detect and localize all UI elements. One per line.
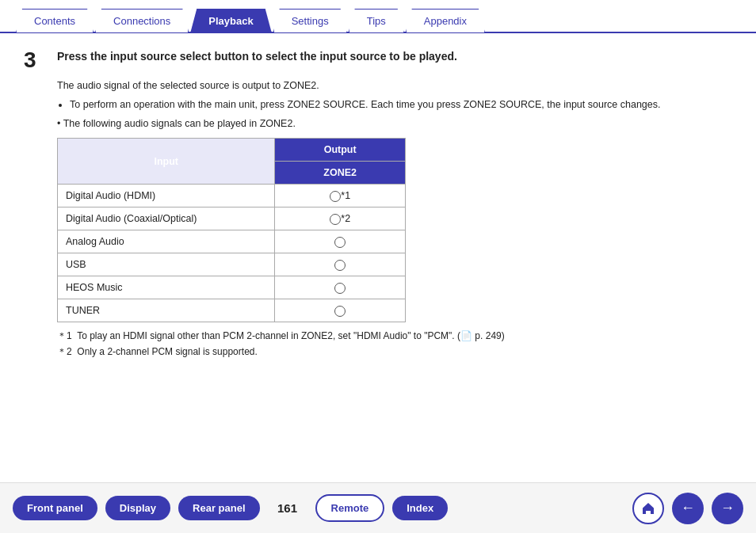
forward-arrow-icon: → — [720, 500, 735, 516]
body-line1: The audio signal of the selected source … — [57, 78, 732, 93]
row-output-1: *1 — [275, 185, 406, 207]
table-row: Digital Audio (HDMI) *1 — [58, 185, 406, 207]
table-header-input: Input — [58, 139, 275, 185]
home-button[interactable] — [632, 493, 664, 524]
footnote-mark-1: ＊1 — [57, 330, 72, 341]
row-input-6: TUNER — [58, 299, 275, 322]
tab-tips[interactable]: Tips — [349, 9, 404, 32]
intro-line: • The following audio signals can be pla… — [57, 116, 732, 131]
step-number: 3 — [24, 49, 48, 71]
footnote-mark-2: ＊2 — [57, 346, 72, 357]
footnote-2: ＊2 Only a 2-channel PCM signal is suppor… — [57, 345, 732, 359]
tab-connections[interactable]: Connections — [95, 9, 189, 32]
index-button[interactable]: Index — [392, 496, 448, 520]
footnotes: ＊1 To play an HDMI signal other than PCM… — [57, 329, 732, 359]
tab-settings[interactable]: Settings — [273, 9, 347, 32]
bullet1: To perform an operation with the main un… — [70, 97, 732, 112]
nav-tabs: Contents Connections Playback Settings T… — [0, 0, 756, 33]
tab-playback[interactable]: Playback — [190, 9, 271, 32]
row-input-3: Analog Audio — [58, 230, 275, 253]
main-content: 3 Press the input source select button t… — [0, 33, 756, 368]
row-input-4: USB — [58, 253, 275, 276]
remote-button[interactable]: Remote — [315, 494, 385, 522]
forward-button[interactable]: → — [712, 493, 743, 524]
back-arrow-icon: ← — [681, 500, 695, 516]
row-input-1: Digital Audio (HDMI) — [58, 185, 275, 207]
back-button[interactable]: ← — [672, 493, 704, 524]
bottom-bar: Front panel Display Rear panel 161 Remot… — [0, 482, 756, 533]
step-header: 3 Press the input source select button t… — [24, 49, 732, 71]
row-input-5: HEOS Music — [58, 276, 275, 299]
rear-panel-button[interactable]: Rear panel — [178, 496, 259, 520]
row-output-4 — [275, 253, 406, 276]
table-row: HEOS Music — [58, 276, 406, 299]
table-row: Digital Audio (Coaxial/Optical) *2 — [58, 207, 406, 230]
audio-table: Input Output ZONE2 Digital Audio (HDMI) … — [57, 138, 406, 322]
table-header-output: Output — [275, 139, 406, 162]
step-title: Press the input source select button to … — [57, 49, 457, 65]
step-body: The audio signal of the selected source … — [57, 78, 732, 359]
row-output-3 — [275, 230, 406, 253]
page-number: 161 — [276, 501, 300, 515]
footnote-1: ＊1 To play an HDMI signal other than PCM… — [57, 329, 732, 343]
table-header-zone: ZONE2 — [275, 162, 406, 185]
front-panel-button[interactable]: Front panel — [13, 496, 97, 520]
tab-appendix[interactable]: Appendix — [406, 9, 485, 32]
table-row: USB — [58, 253, 406, 276]
row-output-5 — [275, 276, 406, 299]
tab-contents[interactable]: Contents — [16, 9, 94, 32]
row-output-6 — [275, 299, 406, 322]
table-row: TUNER — [58, 299, 406, 322]
table-row: Analog Audio — [58, 230, 406, 253]
row-output-2: *2 — [275, 207, 406, 230]
row-input-2: Digital Audio (Coaxial/Optical) — [58, 207, 275, 230]
display-button[interactable]: Display — [105, 496, 170, 520]
